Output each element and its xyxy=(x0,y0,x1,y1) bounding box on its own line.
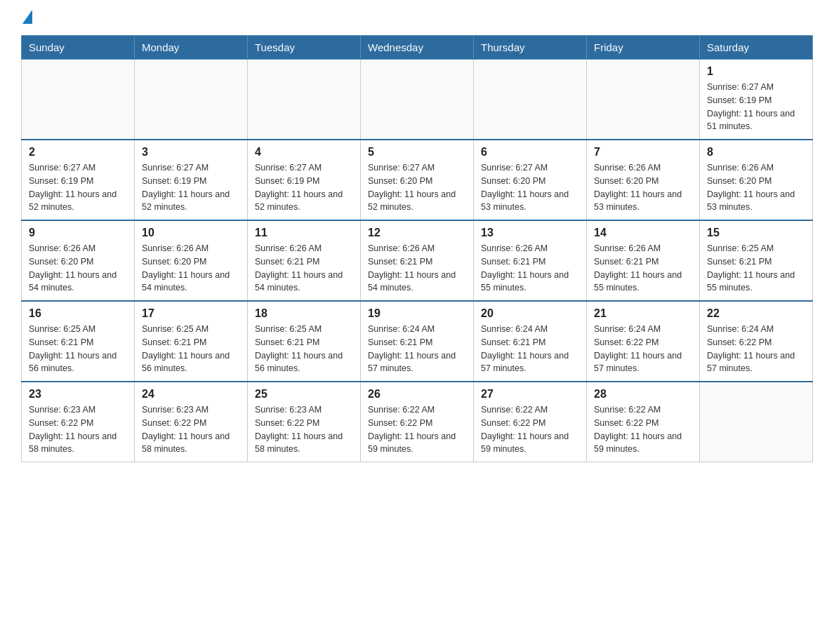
calendar-table: SundayMondayTuesdayWednesdayThursdayFrid… xyxy=(21,35,813,462)
calendar-cell: 1Sunrise: 6:27 AM Sunset: 6:19 PM Daylig… xyxy=(700,60,813,140)
day-number: 19 xyxy=(368,307,466,320)
day-of-week-header: Tuesday xyxy=(248,36,361,60)
day-info: Sunrise: 6:26 AM Sunset: 6:20 PM Dayligh… xyxy=(29,242,127,295)
day-number: 18 xyxy=(255,307,353,320)
day-info: Sunrise: 6:26 AM Sunset: 6:20 PM Dayligh… xyxy=(707,161,805,214)
day-info: Sunrise: 6:23 AM Sunset: 6:22 PM Dayligh… xyxy=(29,403,127,456)
day-number: 24 xyxy=(142,388,240,401)
calendar-cell: 15Sunrise: 6:25 AM Sunset: 6:21 PM Dayli… xyxy=(700,220,813,301)
logo-triangle-icon xyxy=(22,10,32,24)
calendar-cell xyxy=(135,60,248,140)
day-number: 23 xyxy=(29,388,127,401)
day-number: 5 xyxy=(368,146,466,159)
calendar-cell: 13Sunrise: 6:26 AM Sunset: 6:21 PM Dayli… xyxy=(474,220,587,301)
day-info: Sunrise: 6:24 AM Sunset: 6:22 PM Dayligh… xyxy=(594,323,692,375)
day-of-week-header: Saturday xyxy=(700,36,813,60)
day-of-week-header: Sunday xyxy=(22,36,135,60)
calendar-cell xyxy=(248,60,361,140)
day-number: 8 xyxy=(707,146,805,159)
day-info: Sunrise: 6:25 AM Sunset: 6:21 PM Dayligh… xyxy=(29,323,127,375)
day-info: Sunrise: 6:23 AM Sunset: 6:22 PM Dayligh… xyxy=(142,403,240,456)
day-info: Sunrise: 6:24 AM Sunset: 6:21 PM Dayligh… xyxy=(481,323,579,375)
day-info: Sunrise: 6:26 AM Sunset: 6:21 PM Dayligh… xyxy=(255,242,353,295)
day-number: 10 xyxy=(142,227,240,239)
day-info: Sunrise: 6:27 AM Sunset: 6:19 PM Dayligh… xyxy=(255,161,353,214)
calendar-cell: 7Sunrise: 6:26 AM Sunset: 6:20 PM Daylig… xyxy=(587,140,700,220)
day-number: 16 xyxy=(29,307,127,320)
calendar-week-row: 23Sunrise: 6:23 AM Sunset: 6:22 PM Dayli… xyxy=(22,382,813,462)
calendar-cell: 16Sunrise: 6:25 AM Sunset: 6:21 PM Dayli… xyxy=(22,301,135,382)
calendar-cell: 22Sunrise: 6:24 AM Sunset: 6:22 PM Dayli… xyxy=(700,301,813,382)
day-number: 13 xyxy=(481,227,579,239)
calendar-cell: 12Sunrise: 6:26 AM Sunset: 6:21 PM Dayli… xyxy=(361,220,474,301)
calendar-week-row: 1Sunrise: 6:27 AM Sunset: 6:19 PM Daylig… xyxy=(22,60,813,140)
day-number: 2 xyxy=(29,146,127,159)
calendar-cell: 28Sunrise: 6:22 AM Sunset: 6:22 PM Dayli… xyxy=(587,382,700,462)
calendar-cell: 6Sunrise: 6:27 AM Sunset: 6:20 PM Daylig… xyxy=(474,140,587,220)
day-info: Sunrise: 6:27 AM Sunset: 6:20 PM Dayligh… xyxy=(368,161,466,214)
day-of-week-header: Friday xyxy=(587,36,700,60)
logo xyxy=(21,14,32,24)
calendar-cell: 3Sunrise: 6:27 AM Sunset: 6:19 PM Daylig… xyxy=(135,140,248,220)
day-of-week-header: Monday xyxy=(135,36,248,60)
day-number: 9 xyxy=(29,227,127,239)
day-info: Sunrise: 6:24 AM Sunset: 6:22 PM Dayligh… xyxy=(707,323,805,375)
day-of-week-header: Wednesday xyxy=(361,36,474,60)
day-info: Sunrise: 6:27 AM Sunset: 6:19 PM Dayligh… xyxy=(29,161,127,214)
calendar-cell: 25Sunrise: 6:23 AM Sunset: 6:22 PM Dayli… xyxy=(248,382,361,462)
day-info: Sunrise: 6:25 AM Sunset: 6:21 PM Dayligh… xyxy=(142,323,240,375)
day-number: 28 xyxy=(594,388,692,401)
day-info: Sunrise: 6:26 AM Sunset: 6:21 PM Dayligh… xyxy=(368,242,466,295)
day-number: 12 xyxy=(368,227,466,239)
calendar-cell: 27Sunrise: 6:22 AM Sunset: 6:22 PM Dayli… xyxy=(474,382,587,462)
day-number: 15 xyxy=(707,227,805,239)
calendar-cell: 14Sunrise: 6:26 AM Sunset: 6:21 PM Dayli… xyxy=(587,220,700,301)
calendar-cell: 17Sunrise: 6:25 AM Sunset: 6:21 PM Dayli… xyxy=(135,301,248,382)
day-info: Sunrise: 6:26 AM Sunset: 6:20 PM Dayligh… xyxy=(142,242,240,295)
day-info: Sunrise: 6:25 AM Sunset: 6:21 PM Dayligh… xyxy=(707,242,805,295)
day-number: 27 xyxy=(481,388,579,401)
day-info: Sunrise: 6:22 AM Sunset: 6:22 PM Dayligh… xyxy=(594,403,692,456)
day-info: Sunrise: 6:26 AM Sunset: 6:21 PM Dayligh… xyxy=(594,242,692,295)
calendar-cell: 2Sunrise: 6:27 AM Sunset: 6:19 PM Daylig… xyxy=(22,140,135,220)
calendar-cell xyxy=(700,382,813,462)
day-info: Sunrise: 6:27 AM Sunset: 6:20 PM Dayligh… xyxy=(481,161,579,214)
day-number: 6 xyxy=(481,146,579,159)
day-of-week-header: Thursday xyxy=(474,36,587,60)
day-info: Sunrise: 6:27 AM Sunset: 6:19 PM Dayligh… xyxy=(707,81,805,133)
calendar-cell xyxy=(361,60,474,140)
day-number: 14 xyxy=(594,227,692,239)
day-number: 7 xyxy=(594,146,692,159)
calendar-cell xyxy=(22,60,135,140)
calendar-cell: 21Sunrise: 6:24 AM Sunset: 6:22 PM Dayli… xyxy=(587,301,700,382)
calendar-cell: 10Sunrise: 6:26 AM Sunset: 6:20 PM Dayli… xyxy=(135,220,248,301)
day-number: 20 xyxy=(481,307,579,320)
calendar-cell: 4Sunrise: 6:27 AM Sunset: 6:19 PM Daylig… xyxy=(248,140,361,220)
day-number: 3 xyxy=(142,146,240,159)
day-number: 1 xyxy=(707,65,805,78)
day-number: 11 xyxy=(255,227,353,239)
day-info: Sunrise: 6:23 AM Sunset: 6:22 PM Dayligh… xyxy=(255,403,353,456)
calendar-cell: 8Sunrise: 6:26 AM Sunset: 6:20 PM Daylig… xyxy=(700,140,813,220)
day-info: Sunrise: 6:25 AM Sunset: 6:21 PM Dayligh… xyxy=(255,323,353,375)
page-header xyxy=(21,14,813,24)
calendar-cell: 5Sunrise: 6:27 AM Sunset: 6:20 PM Daylig… xyxy=(361,140,474,220)
day-info: Sunrise: 6:22 AM Sunset: 6:22 PM Dayligh… xyxy=(368,403,466,456)
day-info: Sunrise: 6:26 AM Sunset: 6:20 PM Dayligh… xyxy=(594,161,692,214)
day-info: Sunrise: 6:24 AM Sunset: 6:21 PM Dayligh… xyxy=(368,323,466,375)
calendar-cell: 26Sunrise: 6:22 AM Sunset: 6:22 PM Dayli… xyxy=(361,382,474,462)
calendar-cell xyxy=(474,60,587,140)
calendar-week-row: 2Sunrise: 6:27 AM Sunset: 6:19 PM Daylig… xyxy=(22,140,813,220)
calendar-cell: 18Sunrise: 6:25 AM Sunset: 6:21 PM Dayli… xyxy=(248,301,361,382)
calendar-cell: 23Sunrise: 6:23 AM Sunset: 6:22 PM Dayli… xyxy=(22,382,135,462)
day-info: Sunrise: 6:27 AM Sunset: 6:19 PM Dayligh… xyxy=(142,161,240,214)
calendar-cell: 24Sunrise: 6:23 AM Sunset: 6:22 PM Dayli… xyxy=(135,382,248,462)
calendar-cell: 20Sunrise: 6:24 AM Sunset: 6:21 PM Dayli… xyxy=(474,301,587,382)
calendar-cell: 19Sunrise: 6:24 AM Sunset: 6:21 PM Dayli… xyxy=(361,301,474,382)
calendar-cell xyxy=(587,60,700,140)
day-number: 21 xyxy=(594,307,692,320)
day-number: 22 xyxy=(707,307,805,320)
calendar-header-row: SundayMondayTuesdayWednesdayThursdayFrid… xyxy=(22,36,813,60)
calendar-week-row: 16Sunrise: 6:25 AM Sunset: 6:21 PM Dayli… xyxy=(22,301,813,382)
day-number: 4 xyxy=(255,146,353,159)
